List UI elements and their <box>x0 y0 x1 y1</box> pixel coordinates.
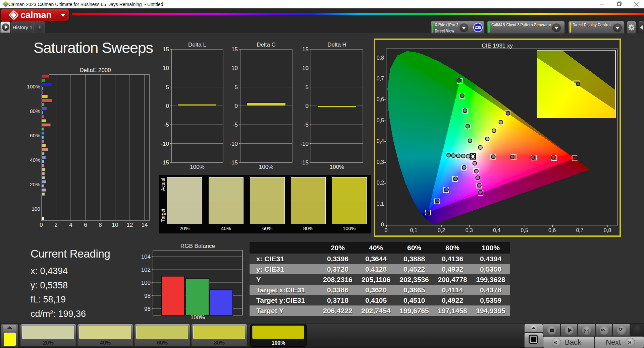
svg-text:100%: 100% <box>27 84 40 89</box>
svg-text:2: 2 <box>54 222 57 228</box>
svg-text:15: 15 <box>302 46 309 53</box>
svg-text:80%: 80% <box>30 108 40 114</box>
svg-text:-5: -5 <box>233 122 238 128</box>
svg-text:-15: -15 <box>161 159 169 166</box>
svg-text:-10: -10 <box>229 141 238 147</box>
svg-text:-5: -5 <box>164 122 169 128</box>
svg-text:DeltaE 2000: DeltaE 2000 <box>79 67 111 73</box>
svg-text:Target: Target <box>160 209 166 222</box>
svg-text:4: 4 <box>69 222 72 228</box>
svg-text:5: 5 <box>235 84 238 90</box>
svg-text:0: 0 <box>166 103 169 109</box>
svg-text:-5: -5 <box>304 122 309 128</box>
svg-text:15: 15 <box>231 46 238 53</box>
svg-text:10: 10 <box>231 65 238 71</box>
svg-text:104: 104 <box>141 254 151 260</box>
svg-text:12: 12 <box>127 222 133 228</box>
svg-text:5: 5 <box>306 84 309 90</box>
svg-text:0: 0 <box>40 222 43 228</box>
svg-text:40%: 40% <box>30 157 40 163</box>
svg-text:14: 14 <box>142 222 148 228</box>
svg-text:6: 6 <box>84 222 87 228</box>
svg-text:100%: 100% <box>191 314 205 321</box>
svg-text:-15: -15 <box>300 159 309 166</box>
svg-text:102: 102 <box>141 267 151 273</box>
svg-text:100: 100 <box>32 206 40 212</box>
svg-text:0: 0 <box>235 103 238 109</box>
svg-text:96: 96 <box>144 306 151 312</box>
svg-text:100%: 100% <box>259 164 273 170</box>
svg-text:20%: 20% <box>30 182 40 187</box>
svg-text:5: 5 <box>166 84 169 90</box>
svg-text:-15: -15 <box>229 159 238 166</box>
svg-text:0: 0 <box>306 103 309 109</box>
svg-text:15: 15 <box>163 46 169 53</box>
svg-text:Delta C: Delta C <box>257 42 276 48</box>
svg-text:100%: 100% <box>330 164 344 170</box>
svg-text:Delta L: Delta L <box>188 42 206 48</box>
svg-text:100: 100 <box>141 280 151 286</box>
svg-text:RGB Balance: RGB Balance <box>180 243 215 249</box>
svg-text:98: 98 <box>144 293 151 299</box>
svg-text:-10: -10 <box>300 141 309 147</box>
svg-text:-10: -10 <box>161 141 169 147</box>
svg-text:calman: calman <box>20 10 52 20</box>
svg-text:60%: 60% <box>30 133 40 138</box>
svg-text:Delta H: Delta H <box>327 42 346 48</box>
svg-text:Actual: Actual <box>160 178 166 191</box>
svg-text:10: 10 <box>112 222 118 228</box>
svg-text:8: 8 <box>99 222 102 228</box>
svg-text:10: 10 <box>302 65 309 71</box>
svg-text:100%: 100% <box>190 164 204 170</box>
svg-text:10: 10 <box>163 65 169 71</box>
